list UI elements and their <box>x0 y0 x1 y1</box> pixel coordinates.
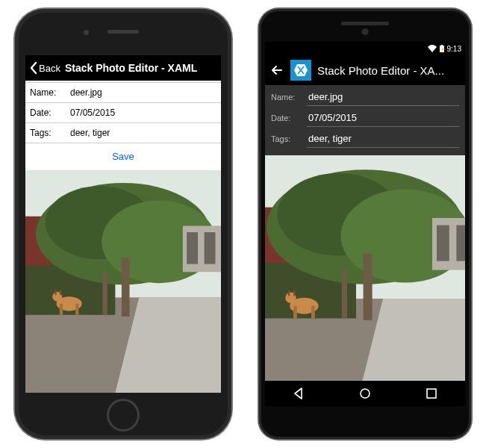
tags-row: Tags: <box>25 123 221 143</box>
android-actionbar: Stack Photo Editor - XA... <box>265 55 465 85</box>
battery-icon: ⚡ <box>440 45 444 52</box>
photo-preview <box>25 170 221 393</box>
svg-rect-16 <box>187 232 198 264</box>
android-speaker <box>341 22 389 25</box>
svg-rect-29 <box>364 254 373 320</box>
tags-input[interactable] <box>307 130 459 148</box>
svg-rect-7 <box>122 258 130 317</box>
photo-image <box>25 170 221 393</box>
svg-point-40 <box>361 389 370 398</box>
back-arrow-icon[interactable] <box>269 63 284 78</box>
android-navbar <box>265 381 465 406</box>
name-row: Name: <box>25 82 221 103</box>
xamarin-icon <box>293 63 308 78</box>
photo-image <box>265 155 465 406</box>
tags-input[interactable] <box>67 123 221 143</box>
svg-rect-17 <box>205 232 216 264</box>
svg-rect-38 <box>437 225 449 261</box>
tags-label: Tags: <box>25 123 67 143</box>
back-label: Back <box>39 63 60 74</box>
svg-rect-13 <box>54 290 56 295</box>
name-label: Name: <box>25 83 67 102</box>
name-row: Name: <box>271 88 459 106</box>
svg-text:⚡: ⚡ <box>440 46 444 52</box>
svg-rect-19 <box>441 45 443 46</box>
name-input[interactable] <box>307 88 459 106</box>
svg-rect-8 <box>102 272 107 314</box>
android-device: ⚡ 9:13 Stack Photo Editor - XA... Name: … <box>259 9 471 439</box>
svg-rect-11 <box>75 304 78 315</box>
name-input[interactable] <box>67 83 221 102</box>
save-row: Save <box>25 143 221 170</box>
svg-rect-10 <box>60 304 63 315</box>
svg-rect-35 <box>288 290 290 296</box>
iphone-speaker <box>107 30 139 34</box>
android-body: Name: Date: Tags: <box>265 85 465 406</box>
iphone-screen: Back Stack Photo Editor - XAML Name: Dat… <box>25 55 221 393</box>
date-row: Date: <box>25 103 221 123</box>
svg-rect-32 <box>293 306 297 319</box>
svg-rect-36 <box>293 290 295 296</box>
photo-preview <box>265 155 465 406</box>
ios-body: Name: Date: Tags: Save <box>25 81 221 393</box>
svg-rect-14 <box>60 290 61 295</box>
status-time: 9:13 <box>447 45 461 53</box>
iphone-home-button[interactable] <box>107 399 140 432</box>
name-label: Name: <box>271 93 307 106</box>
date-input[interactable] <box>67 103 221 122</box>
tags-label: Tags: <box>271 134 307 148</box>
date-row: Date: <box>271 109 459 127</box>
svg-rect-41 <box>427 389 436 398</box>
iphone-device: Back Stack Photo Editor - XAML Name: Dat… <box>15 9 231 439</box>
nav-back-icon[interactable] <box>292 387 305 400</box>
ios-navbar: Back Stack Photo Editor - XAML <box>25 55 221 81</box>
back-button[interactable]: Back <box>28 61 60 75</box>
android-statusbar: ⚡ 9:13 <box>265 42 465 55</box>
android-camera <box>362 28 369 35</box>
actionbar-title: Stack Photo Editor - XA... <box>317 64 444 77</box>
svg-rect-30 <box>342 270 347 319</box>
nav-recent-icon[interactable] <box>425 387 438 400</box>
save-button[interactable]: Save <box>112 151 134 162</box>
wifi-icon <box>428 45 437 52</box>
nav-home-icon[interactable] <box>358 387 372 400</box>
svg-rect-39 <box>456 225 465 261</box>
date-input[interactable] <box>307 109 459 127</box>
tags-row: Tags: <box>271 130 459 148</box>
date-label: Date: <box>25 103 67 122</box>
page-title: Stack Photo Editor - XAML <box>65 62 197 74</box>
android-screen: ⚡ 9:13 Stack Photo Editor - XA... Name: … <box>265 42 465 406</box>
date-label: Date: <box>271 113 307 127</box>
svg-rect-33 <box>311 306 315 319</box>
iphone-camera <box>84 30 89 35</box>
app-icon <box>290 60 311 81</box>
chevron-left-icon <box>28 61 39 75</box>
